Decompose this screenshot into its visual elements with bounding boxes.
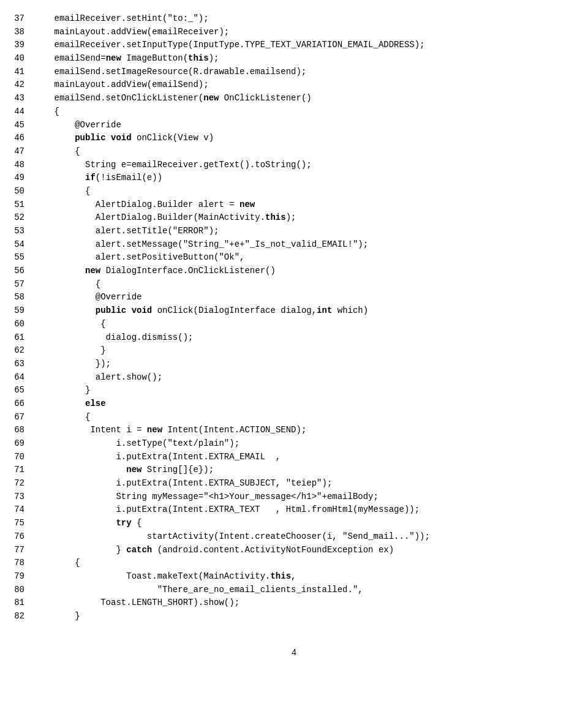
line-number: 79 — [6, 570, 34, 584]
code-line: 53 alert.setTitle("ERROR"); — [6, 225, 582, 238]
code-line: 75 try { — [6, 517, 582, 530]
line-number: 60 — [6, 318, 34, 331]
page-number: 4 — [0, 648, 588, 670]
code-line: 61 dialog.dismiss(); — [6, 331, 582, 345]
line-code: }); — [34, 358, 111, 371]
code-line: 60 { — [6, 318, 582, 331]
code-line: 45 @Override — [6, 119, 582, 132]
line-number: 75 — [6, 517, 34, 530]
line-code: } — [34, 610, 80, 623]
line-code: { — [34, 411, 90, 424]
line-code: { — [34, 145, 80, 159]
code-line: 69 i.setType("text/plain"); — [6, 437, 582, 451]
code-line: 78 { — [6, 557, 582, 570]
code-line: 41 emailSend.setImageResource(R.drawable… — [6, 66, 582, 79]
line-number: 40 — [6, 52, 34, 66]
line-code: i.putExtra(Intent.EXTRA_TEXT , Html.from… — [34, 503, 420, 517]
code-line: 55 alert.setPositiveButton("Ok", — [6, 251, 582, 265]
line-code: alert.setTitle("ERROR"); — [34, 225, 219, 238]
code-line: 37 emailReceiver.setHint("to:_"); — [6, 12, 582, 26]
line-number: 55 — [6, 251, 34, 265]
line-number: 77 — [6, 544, 34, 557]
line-code: emailSend.setOnClickListener(new OnClick… — [34, 92, 312, 105]
line-number: 82 — [6, 610, 34, 623]
code-line: 71 new String[]{e}); — [6, 464, 582, 477]
line-code: String myMessage="<h1>Your_message</h1>"… — [34, 490, 379, 504]
code-line: 63 }); — [6, 358, 582, 371]
line-number: 59 — [6, 304, 34, 318]
line-number: 39 — [6, 39, 34, 52]
line-code: AlertDialog.Builder alert = new — [34, 198, 255, 212]
line-code: new String[]{e}); — [34, 464, 214, 477]
line-number: 41 — [6, 66, 34, 79]
line-code: } catch (android.content.ActivityNotFoun… — [34, 544, 394, 557]
line-code: emailReceiver.setHint("to:_"); — [34, 12, 209, 26]
line-code: dialog.dismiss(); — [34, 331, 193, 345]
code-line: 67 { — [6, 411, 582, 424]
line-number: 52 — [6, 211, 34, 225]
code-line: 82 } — [6, 610, 582, 623]
line-number: 56 — [6, 265, 34, 278]
line-number: 72 — [6, 477, 34, 490]
code-line: 59 public void onClick(DialogInterface d… — [6, 304, 582, 318]
line-number: 37 — [6, 12, 34, 26]
line-code: alert.show(); — [34, 371, 162, 385]
code-line: 58 @Override — [6, 291, 582, 304]
code-line: 72 i.putExtra(Intent.EXTRA_SUBJECT, "tei… — [6, 477, 582, 490]
line-code: public void onClick(View v) — [34, 132, 214, 145]
line-code: "There_are_no_email_clients_installed.", — [34, 584, 363, 597]
line-number: 64 — [6, 371, 34, 385]
line-code: startActivity(Intent.createChooser(i, "S… — [34, 530, 430, 544]
line-number: 76 — [6, 530, 34, 544]
line-code: i.setType("text/plain"); — [34, 437, 239, 451]
code-line: 74 i.putExtra(Intent.EXTRA_TEXT , Html.f… — [6, 503, 582, 517]
code-line: 73 String myMessage="<h1>Your_message</h… — [6, 490, 582, 504]
line-number: 43 — [6, 92, 34, 105]
line-code: { — [34, 557, 80, 570]
code-line: 39 emailReceiver.setInputType(InputType.… — [6, 39, 582, 52]
line-number: 49 — [6, 171, 34, 185]
line-number: 71 — [6, 464, 34, 477]
code-line: 81 Toast.LENGTH_SHORT).show(); — [6, 596, 582, 610]
line-code: Toast.LENGTH_SHORT).show(); — [34, 596, 239, 610]
line-number: 80 — [6, 584, 34, 597]
line-number: 70 — [6, 451, 34, 464]
line-code: alert.setMessage("String_"+e+"_Is_not_va… — [34, 238, 368, 252]
line-number: 46 — [6, 132, 34, 145]
line-code: new DialogInterface.OnClickListener() — [34, 265, 276, 278]
line-code: else — [34, 397, 106, 411]
code-line: 40 emailSend=new ImageButton(this); — [6, 52, 582, 66]
line-number: 69 — [6, 437, 34, 451]
code-line: 76 startActivity(Intent.createChooser(i,… — [6, 530, 582, 544]
code-line: 65 } — [6, 384, 582, 397]
line-code: emailSend.setImageResource(R.drawable.em… — [34, 66, 306, 79]
code-line: 47 { — [6, 145, 582, 159]
line-number: 57 — [6, 278, 34, 291]
code-line: 50 { — [6, 185, 582, 198]
code-line: 51 AlertDialog.Builder alert = new — [6, 198, 582, 212]
line-number: 38 — [6, 26, 34, 39]
line-number: 73 — [6, 490, 34, 504]
line-code: public void onClick(DialogInterface dial… — [34, 304, 368, 318]
code-line: 49 if(!isEmail(e)) — [6, 171, 582, 185]
line-number: 68 — [6, 424, 34, 437]
line-code: String e=emailReceiver.getText().toStrin… — [34, 159, 312, 172]
code-line: 70 i.putExtra(Intent.EXTRA_EMAIL , — [6, 451, 582, 464]
code-line: 48 String e=emailReceiver.getText().toSt… — [6, 159, 582, 172]
code-line: 68 Intent i = new Intent(Intent.ACTION_S… — [6, 424, 582, 437]
code-line: 54 alert.setMessage("String_"+e+"_Is_not… — [6, 238, 582, 252]
line-number: 51 — [6, 198, 34, 212]
line-number: 61 — [6, 331, 34, 345]
code-line: 79 Toast.makeText(MainActivity.this, — [6, 570, 582, 584]
code-line: 62 } — [6, 344, 582, 358]
line-code: try { — [34, 517, 141, 530]
line-number: 66 — [6, 397, 34, 411]
code-line: 57 { — [6, 278, 582, 291]
line-code: mainLayout.addView(emailReceiver); — [34, 26, 229, 39]
line-number: 47 — [6, 145, 34, 159]
code-line: 38 mainLayout.addView(emailReceiver); — [6, 26, 582, 39]
line-number: 62 — [6, 344, 34, 358]
line-number: 63 — [6, 358, 34, 371]
code-line: 77 } catch (android.content.ActivityNotF… — [6, 544, 582, 557]
line-number: 67 — [6, 411, 34, 424]
